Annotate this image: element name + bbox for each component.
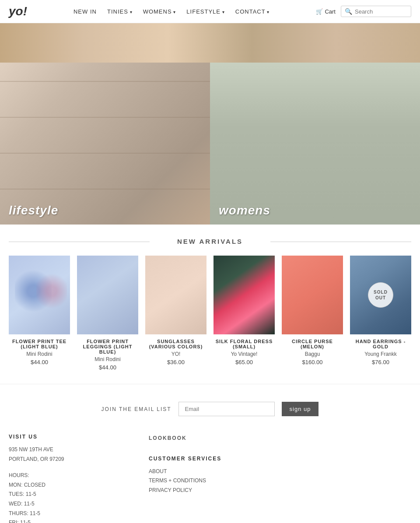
privacy-link[interactable]: PRIVACY POLICY [149, 486, 271, 495]
lifestyle-panel[interactable]: lifestyle [0, 63, 210, 225]
nav-item-contact[interactable]: CONTACT [235, 8, 270, 15]
hours-item: WED: 11-5 [9, 499, 131, 509]
new-arrivals-title: NEW ARRIVALS [9, 238, 411, 245]
main-nav: NEW IN TINIES WOMENS LIFESTYLE CONTACT [74, 8, 270, 15]
product-name: FLOWER PRINT LEGGINGS (LIGHT BLUE) [77, 339, 138, 355]
nav-item-womens[interactable]: WOMENS [143, 8, 176, 15]
hours-list: MON: CLOSEDTUES: 11-5WED: 11-5THURS: 11-… [9, 481, 131, 523]
product-card[interactable]: SUNGLASSES (VARIOUS COLORS)YO!$36.00 [145, 256, 206, 371]
hero-banner-image [0, 23, 420, 63]
lifestyle-label: lifestyle [9, 204, 58, 218]
product-card[interactable]: CIRCLE PURSE (MELON)Baggu$160.00 [282, 256, 343, 371]
header-right: 🛒 Cart 🔍 [316, 6, 411, 17]
womens-image [210, 63, 420, 225]
nav-item-new-in[interactable]: NEW IN [74, 8, 97, 15]
hours-item: TUES: 11-5 [9, 490, 131, 499]
visit-us-title: VISIT US [9, 434, 131, 440]
product-image [214, 256, 275, 334]
address-line2: PORTLAND, OR 97209 [9, 455, 131, 464]
nav-item-lifestyle[interactable]: LIFESTYLE [186, 8, 224, 15]
products-grid: FLOWER PRINT TEE (LIGHT BLUE)Mini Rodini… [9, 256, 411, 371]
customer-services-title: CUSTOMER SERVICES [149, 456, 271, 462]
sold-out-badge: SOLDOUT [368, 282, 393, 308]
terms-link[interactable]: TERMS + CONDITIONS [149, 476, 271, 486]
product-image [9, 256, 70, 334]
product-image: SOLDOUT [350, 256, 411, 334]
email-signup-label: JOIN THE EMAIL LIST [102, 406, 172, 412]
hours-item: MON: CLOSED [9, 481, 131, 490]
product-image [77, 256, 138, 334]
womens-label: womens [219, 204, 270, 218]
womens-panel[interactable]: womens [210, 63, 420, 225]
nav-item-tinies[interactable]: TINIES [107, 8, 133, 15]
product-name: SUNGLASSES (VARIOUS COLORS) [145, 339, 206, 349]
product-card[interactable]: FLOWER PRINT LEGGINGS (LIGHT BLUE)Mini R… [77, 256, 138, 371]
product-card[interactable]: SOLDOUTHAND EARRINGS - GOLDYoung Frankk$… [350, 256, 411, 371]
hours-item: FRI: 11-5 [9, 518, 131, 523]
category-panels: lifestyle womens [0, 63, 420, 225]
product-brand: Young Frankk [350, 351, 411, 357]
footer-visit-col: VISIT US 935 NW 19TH AVE PORTLAND, OR 97… [9, 434, 131, 523]
site-logo[interactable]: yo! [9, 4, 27, 18]
product-card[interactable]: FLOWER PRINT TEE (LIGHT BLUE)Mini Rodini… [9, 256, 70, 371]
cart-icon: 🛒 [316, 8, 323, 15]
product-name: FLOWER PRINT TEE (LIGHT BLUE) [9, 339, 70, 349]
search-input[interactable] [355, 8, 407, 15]
product-price: $44.00 [9, 359, 70, 365]
product-card[interactable]: SILK FLORAL DRESS (SMALL)Yo Vintage!$65.… [214, 256, 275, 371]
email-input[interactable] [178, 402, 275, 416]
about-link[interactable]: ABOUT [149, 467, 271, 477]
lifestyle-image [0, 63, 210, 225]
product-price: $36.00 [145, 359, 206, 365]
email-signup-row: JOIN THE EMAIL LIST sign up [9, 402, 411, 416]
product-image [145, 256, 206, 334]
site-footer: JOIN THE EMAIL LIST sign up VISIT US 935… [0, 384, 420, 523]
product-name: SILK FLORAL DRESS (SMALL) [214, 339, 275, 349]
product-name: CIRCLE PURSE (MELON) [282, 339, 343, 349]
footer-empty-col [289, 434, 411, 523]
product-price: $76.00 [350, 359, 411, 365]
product-brand: Yo Vintage! [214, 351, 275, 357]
search-icon: 🔍 [345, 8, 352, 15]
product-brand: Mini Rodini [77, 356, 138, 362]
product-brand: YO! [145, 351, 206, 357]
search-box: 🔍 [341, 6, 411, 17]
new-arrivals-section: NEW ARRIVALS FLOWER PRINT TEE (LIGHT BLU… [0, 225, 420, 384]
hours-item: THURS: 11-5 [9, 509, 131, 519]
hours-title: HOURS: [9, 471, 131, 481]
product-image [282, 256, 343, 334]
product-price: $44.00 [77, 364, 138, 371]
product-brand: Mini Rodini [9, 351, 70, 357]
product-name: HAND EARRINGS - GOLD [350, 339, 411, 349]
hero-banner [0, 23, 420, 63]
product-price: $160.00 [282, 359, 343, 365]
cart-label: Cart [325, 8, 336, 15]
lookbook-link[interactable]: LOOKBOOK [149, 434, 271, 443]
cart-button[interactable]: 🛒 Cart [316, 8, 336, 15]
signup-button[interactable]: sign up [282, 402, 319, 416]
footer-columns: VISIT US 935 NW 19TH AVE PORTLAND, OR 97… [9, 434, 411, 523]
footer-lookbook-col: LOOKBOOK CUSTOMER SERVICES ABOUT TERMS +… [149, 434, 271, 523]
address-line1: 935 NW 19TH AVE [9, 445, 131, 455]
site-header: yo! NEW IN TINIES WOMENS LIFESTYLE CONTA… [0, 0, 420, 23]
product-brand: Baggu [282, 351, 343, 357]
product-price: $65.00 [214, 359, 275, 365]
